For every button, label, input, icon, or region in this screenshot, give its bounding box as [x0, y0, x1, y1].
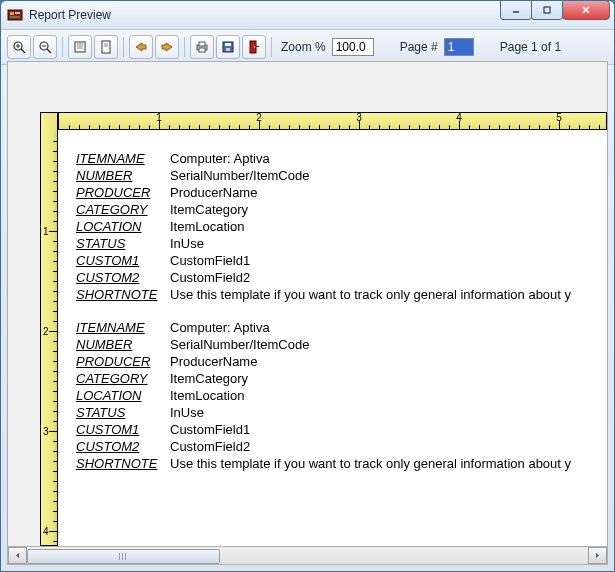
- page-status: Page 1 of 1: [500, 40, 561, 54]
- prev-page-button[interactable]: [129, 35, 153, 59]
- field-value: Computer: Aptiva: [170, 319, 607, 336]
- field-value: Use this template if you want to track o…: [170, 286, 607, 303]
- exit-button[interactable]: [242, 35, 266, 59]
- svg-line-13: [47, 49, 51, 53]
- print-button[interactable]: [190, 35, 214, 59]
- svg-rect-30: [256, 46, 259, 47]
- report-row: CATEGORYItemCategory: [76, 370, 607, 387]
- report-row: LOCATIONItemLocation: [76, 218, 607, 235]
- field-value: CustomField1: [170, 252, 607, 269]
- field-label: CUSTOM2: [76, 438, 170, 455]
- page-label: Page #: [400, 40, 438, 54]
- close-button[interactable]: [562, 0, 610, 20]
- field-value: InUse: [170, 404, 607, 421]
- toolbar: Zoom % Page # Page 1 of 1: [1, 30, 614, 65]
- report-row: ITEMNAMEComputer: Aptiva: [76, 319, 607, 336]
- svg-rect-23: [199, 42, 205, 46]
- zoom-label: Zoom %: [281, 40, 326, 54]
- zoom-out-button[interactable]: [33, 35, 57, 59]
- report-preview-window: Report Preview Zoom % Page # Page 1 of 1…: [0, 0, 615, 572]
- field-label: STATUS: [76, 404, 170, 421]
- report-page: ITEMNAMEComputer: AptivaNUMBERSerialNumb…: [58, 130, 607, 546]
- field-label: NUMBER: [76, 167, 170, 184]
- horizontal-scrollbar[interactable]: [7, 546, 608, 565]
- field-label: ITEMNAME: [76, 319, 170, 336]
- field-value: ItemCategory: [170, 370, 607, 387]
- svg-rect-19: [102, 41, 110, 53]
- field-label: LOCATION: [76, 387, 170, 404]
- svg-rect-3: [10, 16, 20, 18]
- ruler-label: 4: [456, 112, 462, 123]
- ruler-label: 3: [43, 426, 49, 437]
- minimize-button[interactable]: [500, 0, 532, 20]
- toolbar-separator: [184, 37, 185, 57]
- app-icon: [7, 7, 23, 23]
- zoom-in-button[interactable]: [7, 35, 31, 59]
- report-row: NUMBERSerialNumber/ItemCode: [76, 167, 607, 184]
- scroll-right-button[interactable]: [588, 547, 607, 564]
- save-button[interactable]: [216, 35, 240, 59]
- field-value: SerialNumber/ItemCode: [170, 336, 607, 353]
- report-row: PRODUCERProducerName: [76, 184, 607, 201]
- toolbar-separator: [123, 37, 124, 57]
- field-label: ITEMNAME: [76, 150, 170, 167]
- field-value: CustomField2: [170, 269, 607, 286]
- maximize-button[interactable]: [531, 0, 563, 20]
- ruler-label: 3: [356, 112, 362, 123]
- window-title: Report Preview: [29, 8, 501, 22]
- svg-rect-1: [10, 12, 14, 15]
- toolbar-separator: [62, 37, 63, 57]
- scroll-track[interactable]: [27, 548, 588, 563]
- vertical-ruler: 1234: [40, 112, 58, 546]
- preview-viewport: 1234 12345 ITEMNAMEComputer: AptivaNUMBE…: [7, 61, 608, 547]
- svg-rect-27: [226, 48, 230, 51]
- field-value: SerialNumber/ItemCode: [170, 167, 607, 184]
- report-row: CUSTOM1CustomField1: [76, 421, 607, 438]
- svg-rect-24: [199, 48, 205, 52]
- field-label: PRODUCER: [76, 353, 170, 370]
- svg-point-29: [254, 46, 256, 48]
- report-row: CATEGORYItemCategory: [76, 201, 607, 218]
- field-label: SHORTNOTE: [76, 286, 170, 303]
- field-label: CATEGORY: [76, 201, 170, 218]
- next-page-button[interactable]: [155, 35, 179, 59]
- field-value: ProducerName: [170, 353, 607, 370]
- fit-width-button[interactable]: [68, 35, 92, 59]
- field-label: PRODUCER: [76, 184, 170, 201]
- svg-rect-26: [225, 43, 231, 46]
- ruler-label: 5: [556, 112, 562, 123]
- page-input[interactable]: [444, 38, 474, 56]
- report-row: SHORTNOTEUse this template if you want t…: [76, 286, 607, 303]
- report-row: STATUSInUse: [76, 404, 607, 421]
- report-row: ITEMNAMEComputer: Aptiva: [76, 150, 607, 167]
- ruler-label: 1: [156, 112, 162, 123]
- field-label: CATEGORY: [76, 370, 170, 387]
- report-record: ITEMNAMEComputer: AptivaNUMBERSerialNumb…: [76, 319, 607, 472]
- horizontal-ruler: 12345: [58, 112, 607, 130]
- field-label: LOCATION: [76, 218, 170, 235]
- field-value: ItemCategory: [170, 201, 607, 218]
- field-label: STATUS: [76, 235, 170, 252]
- toolbar-separator: [271, 37, 272, 57]
- report-row: NUMBERSerialNumber/ItemCode: [76, 336, 607, 353]
- field-value: ItemLocation: [170, 218, 607, 235]
- ruler-label: 2: [256, 112, 262, 123]
- svg-rect-5: [544, 7, 550, 13]
- field-value: CustomField2: [170, 438, 607, 455]
- ruler-label: 1: [43, 226, 49, 237]
- report-row: CUSTOM1CustomField1: [76, 252, 607, 269]
- svg-rect-2: [15, 12, 20, 14]
- zoom-input[interactable]: [332, 38, 374, 56]
- report-record: ITEMNAMEComputer: AptivaNUMBERSerialNumb…: [76, 150, 607, 303]
- report-row: LOCATIONItemLocation: [76, 387, 607, 404]
- field-label: CUSTOM2: [76, 269, 170, 286]
- field-value: ProducerName: [170, 184, 607, 201]
- report-row: CUSTOM2CustomField2: [76, 438, 607, 455]
- field-label: CUSTOM1: [76, 421, 170, 438]
- scroll-left-button[interactable]: [8, 547, 27, 564]
- field-value: ItemLocation: [170, 387, 607, 404]
- report-row: PRODUCERProducerName: [76, 353, 607, 370]
- scroll-thumb[interactable]: [27, 549, 220, 564]
- fit-page-button[interactable]: [94, 35, 118, 59]
- titlebar[interactable]: Report Preview: [1, 1, 614, 30]
